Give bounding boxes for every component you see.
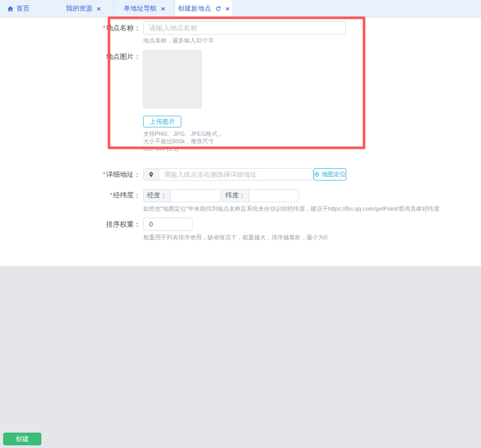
longitude-prefix-label: 经度： (144, 189, 171, 202)
latitude-input[interactable] (249, 189, 299, 202)
aim-icon (314, 171, 320, 177)
longitude-input[interactable] (171, 189, 220, 202)
address-label: *详细地址： (0, 169, 141, 180)
place-name-label: *地点名称： (0, 22, 141, 34)
coords-hint: 如您在"地图定位"中未能找到地点名称且系统未自动识别经纬度，建议于https:/… (143, 205, 440, 212)
place-image-label: 地点图片： (0, 51, 141, 63)
upload-hint-line: 600*600 (1:1) (143, 145, 233, 152)
create-place-form: *地点名称： 地点名称，最多输入32个字 地点图片： 上传图片 支持PNG、JP… (0, 0, 481, 448)
required-mark: * (103, 170, 106, 178)
upload-hint: 支持PNG、JPG、JPEG格式， 大小不超过600k，推荐尺寸 600*600… (143, 131, 233, 153)
address-input[interactable] (159, 169, 313, 180)
upload-hint-line: 支持PNG、JPG、JPEG格式， (143, 131, 233, 137)
map-locate-button[interactable]: 地图定位 (313, 168, 346, 180)
latitude-prefix-label: 纬度： (222, 189, 249, 202)
map-locate-label: 地图定位 (321, 170, 346, 178)
upload-hint-line: 大小不超过600k，推荐尺寸 (143, 138, 233, 145)
map-pin-icon (144, 169, 159, 180)
required-mark: * (103, 24, 106, 32)
upload-image-button[interactable]: 上传图片 (143, 116, 181, 127)
weight-label: 排序权重： (0, 219, 141, 230)
address-input-group (143, 168, 313, 180)
sort-weight-input[interactable] (143, 218, 193, 231)
required-mark: * (110, 191, 112, 199)
image-preview-placeholder (143, 50, 202, 109)
latitude-group: 纬度： (222, 189, 299, 202)
place-name-input[interactable] (143, 21, 346, 35)
weight-hint: 权重用于列表排序使用，缺省情况下，权重越大，排序越靠前，最小为0 (143, 234, 327, 241)
coords-label: *经纬度： (0, 189, 141, 201)
longitude-group: 经度： (143, 189, 221, 202)
place-name-hint: 地点名称，最多输入32个字 (143, 37, 214, 44)
